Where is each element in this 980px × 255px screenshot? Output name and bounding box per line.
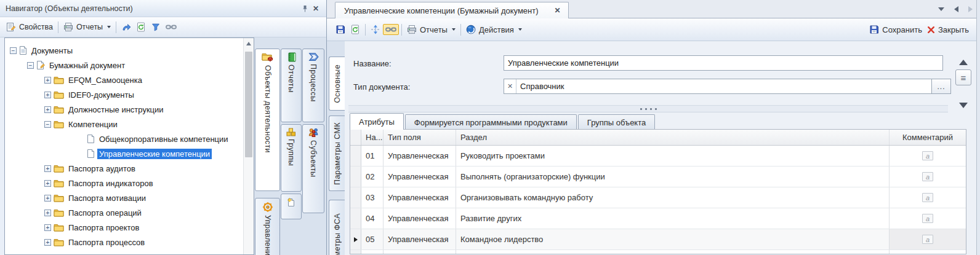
expand-icon[interactable]: [44, 77, 51, 84]
tree-item-competencies[interactable]: Компетенции: [5, 117, 243, 131]
scroll-tabs-right-icon[interactable]: [968, 6, 973, 12]
tab-list-dropdown-icon[interactable]: [938, 7, 944, 11]
link-button[interactable]: [163, 22, 179, 33]
expand-icon[interactable]: [44, 92, 51, 98]
tree-item-efqm[interactable]: EFQM_Самооценка: [5, 73, 243, 87]
cell-comment[interactable]: a: [890, 229, 966, 249]
save-button[interactable]: [333, 23, 348, 36]
scroll-up-icon[interactable]: [246, 42, 251, 45]
column-header-section[interactable]: Раздел: [456, 130, 890, 145]
table-row[interactable]: 03 Управленческая Организовывать командн…: [350, 187, 966, 208]
reports-button[interactable]: Отчеты: [61, 20, 113, 34]
tree-item-documents[interactable]: Документы: [5, 43, 243, 58]
tree-item-paper-document[interactable]: Бумажный документ: [5, 58, 243, 73]
tab-object-groups[interactable]: Группы объекта: [578, 114, 655, 130]
cell-field-type[interactable]: Управленческая: [384, 167, 456, 187]
cell-field-type[interactable]: Управленческая: [384, 229, 456, 249]
scroll-up-icon[interactable]: [959, 60, 968, 65]
properties-button[interactable]: Свойства: [4, 20, 55, 34]
collapse-icon[interactable]: [27, 62, 34, 69]
tab-activity-objects[interactable]: Объекты деятельности: [255, 49, 280, 191]
tab-main[interactable]: Основные: [329, 57, 345, 111]
tab-document[interactable]: Управленческие компетенции (Бумажный док…: [335, 2, 569, 18]
cell-num[interactable]: 02: [361, 167, 384, 187]
tab-formed-by-products[interactable]: Формируется программными продуктами: [405, 114, 577, 130]
tree-item-job-instructions[interactable]: Должностные инструкции: [5, 102, 243, 117]
cell-num[interactable]: 03: [361, 187, 384, 208]
cell-comment[interactable]: a: [890, 208, 966, 229]
reports-button[interactable]: Отчеты: [404, 23, 458, 36]
cell-field-type[interactable]: Управленческая: [384, 146, 456, 166]
scrollbar-thumb[interactable]: [245, 52, 252, 157]
tab-groups[interactable]: Группы: [281, 124, 302, 192]
pin-icon[interactable]: [299, 3, 310, 14]
cell-section[interactable]: Организовывать командную работу: [456, 187, 890, 208]
table-row-current[interactable]: 05 Управленческая Командное лидерство a: [350, 229, 966, 250]
tree-item-motivation-passports[interactable]: Паспорта мотивации: [5, 190, 243, 205]
cell-num[interactable]: 05: [361, 229, 384, 249]
tree-item-operation-passports[interactable]: Паспорта операций: [5, 205, 243, 220]
tab-subjects[interactable]: Субъекты: [302, 124, 324, 213]
expand-icon[interactable]: [44, 224, 51, 231]
tree-item-idef0[interactable]: IDEF0-документы: [5, 87, 243, 102]
table-row[interactable]: 01 Управленческая Руководить проектами a: [350, 146, 966, 167]
tree-item-corporate-competencies[interactable]: Общекорпоративные компетенции: [5, 131, 243, 146]
tab-close-icon[interactable]: ✕: [555, 6, 561, 15]
splitter-handle[interactable]: [348, 105, 948, 112]
clear-icon[interactable]: ✕: [504, 79, 516, 93]
cell-field-type[interactable]: Управленческая: [384, 187, 456, 208]
cell-comment[interactable]: a: [890, 167, 966, 187]
expand-collapse-button[interactable]: [368, 23, 383, 36]
tab-reports[interactable]: Отчеты: [281, 49, 302, 122]
tab-processes[interactable]: Процессы: [302, 49, 324, 122]
table-row-partial[interactable]: [350, 250, 966, 254]
column-header-comment[interactable]: Комментарий: [890, 130, 966, 145]
new-document-tab[interactable]: [281, 194, 302, 219]
expand-icon[interactable]: [44, 210, 51, 216]
save-document-button[interactable]: Сохранить: [867, 23, 925, 36]
refresh-button[interactable]: [134, 20, 148, 34]
go-to-button[interactable]: [119, 20, 134, 34]
tree-item-audit-passports[interactable]: Паспорта аудитов: [5, 161, 243, 176]
table-row[interactable]: 04 Управленческая Развитие других a: [350, 208, 966, 229]
expand-icon[interactable]: [44, 165, 51, 172]
expand-icon[interactable]: [44, 195, 51, 202]
expand-icon[interactable]: [44, 239, 51, 246]
scroll-down-icon[interactable]: [959, 103, 968, 108]
column-header-field-type[interactable]: Тип поля: [384, 130, 456, 145]
cell-comment[interactable]: a: [890, 187, 966, 208]
refresh-button[interactable]: [348, 23, 363, 36]
tab-attributes[interactable]: Атрибуты: [350, 113, 404, 130]
comment-note-icon[interactable]: a: [922, 151, 933, 160]
document-type-picker-button[interactable]: ...: [932, 79, 951, 94]
tree-item-process-passports[interactable]: Паспорта процессов: [5, 235, 243, 249]
cell-field-type[interactable]: Управленческая: [384, 208, 456, 229]
tab-fsa-parameters[interactable]: Параметры ФСА: [329, 200, 345, 255]
cell-section[interactable]: Развитие других: [456, 208, 890, 229]
column-header-num[interactable]: На...: [361, 130, 384, 145]
link-toggle-button[interactable]: [383, 24, 399, 35]
tab-management[interactable]: Управление: [255, 198, 280, 255]
cell-comment[interactable]: [890, 250, 966, 254]
tree-item-indicator-passports[interactable]: Паспорта индикаторов: [5, 176, 243, 190]
tab-smk-parameters[interactable]: Параметры СМК: [329, 116, 345, 191]
comment-note-icon[interactable]: a: [922, 172, 933, 181]
collapse-icon[interactable]: [10, 47, 17, 54]
close-icon[interactable]: ✕: [310, 3, 321, 14]
scroll-tabs-left-icon[interactable]: [954, 6, 958, 12]
cell-field-type[interactable]: [384, 250, 456, 254]
scrollbar-thumb[interactable]: ≡: [955, 69, 971, 85]
name-input[interactable]: [504, 55, 943, 71]
table-row[interactable]: 02 Управленческая Выполнять (организатор…: [350, 167, 966, 187]
comment-note-icon[interactable]: a: [922, 193, 933, 202]
expand-icon[interactable]: [44, 106, 51, 113]
cell-section[interactable]: Выполнять (организаторские) функции: [456, 167, 890, 187]
cell-section[interactable]: Командное лидерство: [456, 229, 890, 249]
close-document-button[interactable]: Закрыть: [925, 23, 971, 36]
tree-item-managerial-competencies[interactable]: Управленческие компетенции: [5, 146, 243, 161]
cell-num[interactable]: 04: [361, 208, 384, 229]
cell-num[interactable]: 01: [361, 146, 384, 166]
cell-section[interactable]: [456, 250, 890, 254]
filter-button[interactable]: [148, 20, 163, 34]
tree-item-project-passports[interactable]: Паспорта проектов: [5, 220, 243, 235]
